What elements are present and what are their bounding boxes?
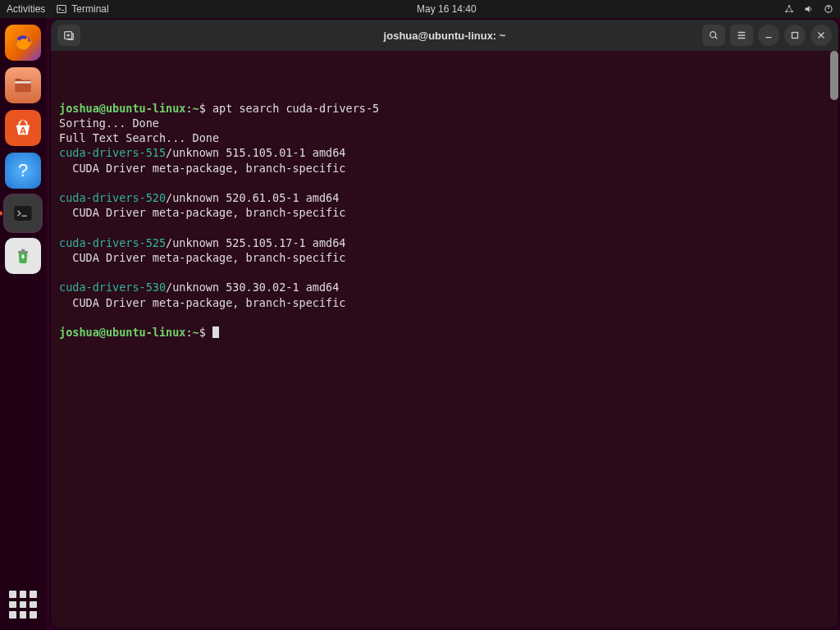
- dock-item-firefox[interactable]: [5, 25, 41, 61]
- dock: A ?: [0, 18, 46, 630]
- terminal-icon: [57, 4, 66, 14]
- maximize-button[interactable]: [784, 25, 806, 46]
- terminal-body[interactable]: joshua@ubuntu-linux:~$ apt search cuda-d…: [51, 51, 838, 628]
- svg-rect-9: [14, 206, 31, 221]
- clock[interactable]: May 16 14:40: [109, 3, 784, 15]
- dock-item-help[interactable]: ?: [5, 153, 41, 189]
- titlebar[interactable]: joshua@ubuntu-linux: ~: [51, 20, 838, 51]
- svg-text:A: A: [20, 126, 26, 135]
- dock-item-trash[interactable]: [5, 238, 41, 274]
- search-button[interactable]: [702, 25, 725, 46]
- svg-rect-12: [792, 33, 798, 39]
- scrollbar[interactable]: [830, 51, 838, 100]
- gnome-topbar: Activities Terminal May 16 14:40: [0, 0, 840, 18]
- svg-point-11: [710, 32, 716, 38]
- workspace: joshua@ubuntu-linux: ~: [46, 18, 840, 630]
- show-applications-button[interactable]: [9, 591, 37, 619]
- svg-rect-0: [57, 6, 66, 13]
- dock-item-software[interactable]: A: [5, 110, 41, 146]
- close-button[interactable]: [810, 25, 832, 46]
- power-icon[interactable]: [824, 4, 833, 14]
- volume-icon[interactable]: [804, 4, 814, 14]
- new-tab-button[interactable]: [57, 25, 80, 46]
- svg-rect-7: [15, 81, 31, 83]
- app-indicator-label: Terminal: [71, 3, 108, 15]
- dock-item-terminal[interactable]: [5, 195, 41, 231]
- terminal-window: joshua@ubuntu-linux: ~: [51, 20, 838, 628]
- network-icon[interactable]: [784, 4, 794, 14]
- terminal-output: joshua@ubuntu-linux:~$ apt search cuda-d…: [59, 101, 830, 340]
- app-indicator[interactable]: Terminal: [57, 3, 108, 15]
- activities-button[interactable]: Activities: [7, 3, 45, 15]
- menu-button[interactable]: [730, 25, 753, 46]
- minimize-button[interactable]: [758, 25, 779, 46]
- dock-item-files[interactable]: [5, 67, 41, 103]
